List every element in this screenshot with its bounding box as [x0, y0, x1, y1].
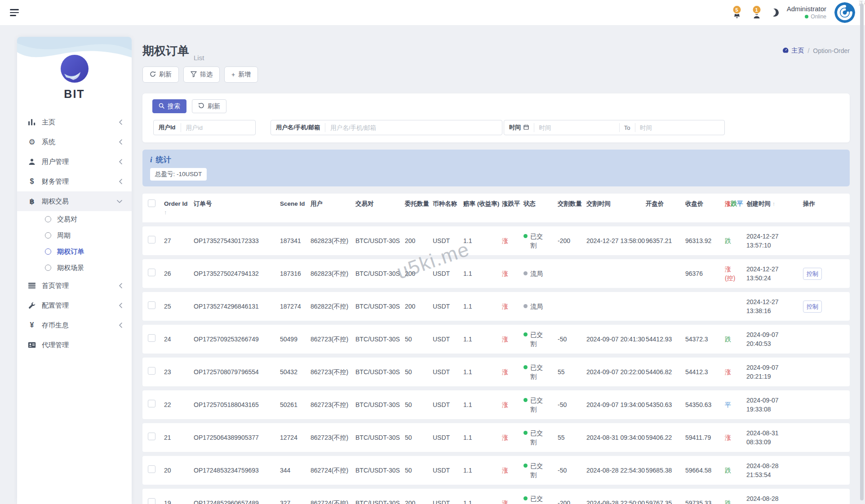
sidebar-item-配置管理[interactable]: 配置管理 — [17, 296, 132, 315]
cell-user: 862723(不控) — [311, 367, 355, 376]
cell-side: 涨 — [502, 236, 523, 245]
status-dot — [523, 271, 528, 275]
column-header-开盘价: 开盘价 — [646, 199, 684, 208]
plus-icon: + — [231, 71, 235, 78]
cell-user: 862723(不控) — [311, 400, 355, 409]
row-checkbox[interactable] — [148, 498, 155, 504]
cell-coin: USDT — [433, 236, 462, 245]
refresh-button[interactable]: 刷新 — [142, 66, 179, 83]
row-checkbox[interactable] — [148, 400, 155, 407]
cell-amount: 200 — [405, 269, 432, 278]
total-pnl-badge: 总盈亏: -10USDT — [150, 168, 207, 181]
user-name-label: 用户名/手机/邮箱 — [271, 120, 325, 135]
cell-result: 涨 — [725, 367, 745, 376]
cell-status: 已交割 — [523, 494, 557, 504]
user-name-input[interactable] — [325, 120, 502, 135]
cell-scene-id: 50261 — [280, 400, 310, 409]
sidebar-subitem-交易对[interactable]: 交易对 — [17, 211, 132, 227]
cell-side: 涨 — [502, 433, 523, 442]
row-checkbox[interactable] — [148, 236, 155, 243]
column-header-checkbox — [148, 199, 163, 210]
sidebar-item-代理管理[interactable]: 代理管理 — [17, 335, 132, 355]
cell-order-no: OP1735275430172333 — [194, 236, 279, 245]
chevron-left-icon — [119, 302, 123, 309]
cell-user: 862723(不控) — [311, 433, 355, 442]
table-row: 21 OP1725064389905377 12724 862723(不控) B… — [142, 423, 850, 452]
cell-delivery-time: 2024-09-07 20:22:00 — [586, 367, 645, 376]
cell-side: 涨 — [502, 335, 523, 344]
cell-user: 862723(不控) — [311, 335, 355, 344]
idcard-icon — [27, 342, 37, 348]
sort-arrow-icon: ↑ — [164, 208, 193, 217]
sort-arrow-icon: ↑ — [772, 200, 776, 207]
status-dot — [523, 464, 528, 468]
cell-coin: USDT — [433, 302, 462, 311]
cell-odds: 1.1 — [463, 433, 501, 442]
vertical-scrollbar[interactable] — [860, 4, 864, 500]
row-checkbox[interactable] — [148, 301, 155, 309]
cell-delivery-time: 2024-12-27 13:58:00 — [586, 236, 645, 245]
cell-scene-id: 187341 — [280, 236, 310, 245]
sidebar-item-系统[interactable]: ⚙ 系统 — [17, 132, 132, 152]
cell-pair: BTC/USDT-30S — [355, 236, 404, 245]
user-alerts-button[interactable]: 1 — [751, 5, 763, 20]
brand-logo: BIT — [17, 37, 132, 101]
cell-order-no: OP1724853234759693 — [194, 466, 279, 475]
chevron-left-icon — [119, 322, 123, 328]
add-button[interactable]: + 新增 — [224, 66, 258, 83]
time-to-input[interactable] — [635, 120, 724, 135]
cell-delivery-time: 2024-08-31 09:34:00 — [586, 433, 645, 442]
row-checkbox[interactable] — [148, 465, 155, 473]
status-dot — [523, 234, 528, 238]
cell-order-id: 21 — [164, 433, 193, 442]
sidebar-subitem-期权场景[interactable]: 期权场景 — [17, 260, 132, 276]
cell-order-no: OP1725708079796554 — [194, 367, 279, 376]
cell-order-no: OP1725064389905377 — [194, 433, 279, 442]
cell-delivery-qty: -50 — [558, 335, 586, 344]
sidebar-subitem-期权订单[interactable]: 期权订单 — [17, 243, 132, 260]
cell-scene-id: 187274 — [280, 302, 310, 311]
table-row: 23 OP1725708079796554 50432 862723(不控) B… — [142, 358, 850, 386]
sidebar-item-首页管理[interactable]: 首页管理 — [17, 276, 132, 296]
notifications-button[interactable]: 5 — [731, 5, 743, 20]
row-checkbox[interactable] — [148, 367, 155, 375]
sidebar-item-财务管理[interactable]: $ 财务管理 — [17, 172, 132, 191]
funnel-icon — [191, 71, 197, 79]
brand-text: BIT — [17, 88, 132, 101]
filter-button[interactable]: 筛选 — [183, 66, 220, 83]
breadcrumb-home-link[interactable]: 主页 — [782, 47, 804, 55]
avatar[interactable] — [834, 2, 855, 23]
menu-toggle-icon[interactable] — [10, 9, 19, 16]
row-checkbox[interactable] — [148, 269, 155, 276]
chevron-left-icon — [119, 139, 123, 145]
cell-delivery-time: 2024-08-28 22:50:00 — [586, 499, 645, 504]
cell-amount: 200 — [405, 236, 432, 245]
dark-mode-toggle-moon-icon[interactable] — [769, 8, 780, 18]
search-button[interactable]: 搜索 — [152, 99, 186, 113]
cell-result: 涨(控) — [725, 265, 745, 283]
cell-order-id: 22 — [164, 400, 193, 409]
search-icon — [159, 103, 164, 110]
user-id-input[interactable] — [181, 120, 244, 135]
cell-pair: BTC/USDT-30S — [355, 466, 404, 475]
list-icon — [27, 283, 37, 289]
cell-order-no: OP1735274296846131 — [194, 302, 279, 311]
cell-status: 已交割 — [523, 461, 557, 480]
column-header-交易对: 交易对 — [355, 199, 404, 208]
select-all-checkbox[interactable] — [148, 199, 155, 207]
sidebar-item-用户管理[interactable]: 用户管理 — [17, 152, 132, 172]
control-button[interactable]: 控制 — [803, 301, 822, 313]
sidebar-subitem-周期[interactable]: 周期 — [17, 227, 132, 243]
user-name-field-group: 用户名/手机/邮箱 — [271, 120, 502, 135]
cell-order-no: OP1725709253266749 — [194, 335, 279, 344]
column-header-创建时间[interactable]: 创建时间 ↑ — [746, 199, 802, 208]
search-refresh-button[interactable]: 刷新 — [192, 99, 226, 113]
sidebar-item-主页[interactable]: 主页 — [17, 112, 132, 132]
column-header-Order Id[interactable]: Order Id↑ — [164, 199, 193, 217]
sidebar-item-存币生息[interactable]: ¥ 存币生息 — [17, 315, 132, 335]
sidebar-item-期权交易[interactable]: ฿ 期权交易 — [17, 191, 132, 211]
row-checkbox[interactable] — [148, 433, 155, 440]
row-checkbox[interactable] — [148, 334, 155, 342]
control-button[interactable]: 控制 — [803, 268, 822, 280]
time-from-input[interactable] — [534, 120, 619, 135]
